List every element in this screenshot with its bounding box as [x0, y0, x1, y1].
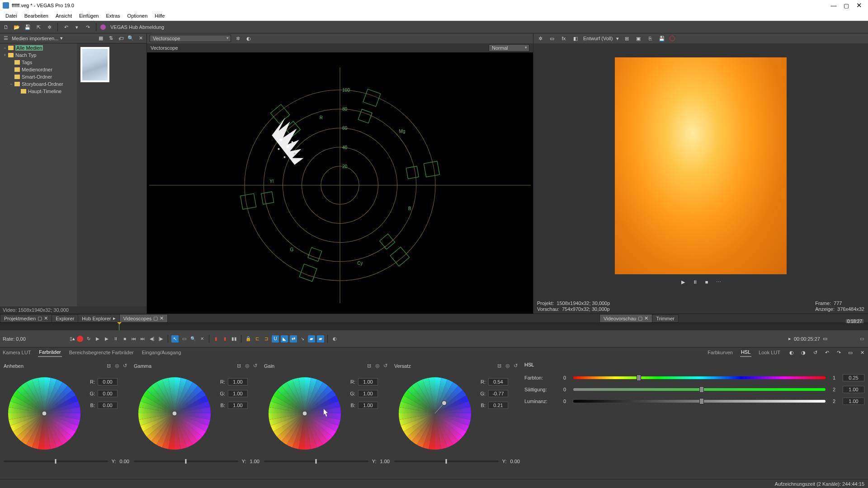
close-cg-icon[interactable]: ✕ [858, 348, 866, 357]
close-gap-icon[interactable]: ✕ [198, 335, 206, 343]
tag-icon[interactable]: 🏷 [117, 34, 125, 42]
tab-videoscopes[interactable]: Videoscopes▢✕ [119, 314, 168, 323]
scope-refresh-icon[interactable]: ◐ [245, 34, 253, 42]
tree-item[interactable]: Tags [1, 59, 76, 66]
pause-icon[interactable]: ⏸ [691, 278, 699, 286]
marker-b-icon[interactable]: ▮ [222, 335, 229, 343]
record-indicator-icon[interactable] [670, 36, 675, 41]
overlay-icon[interactable]: ▣ [634, 34, 642, 42]
tab-kamera-lut[interactable]: Kamera LUT [2, 348, 32, 357]
snap2-icon[interactable]: ⊐ [263, 335, 270, 343]
quantize-icon[interactable]: U [272, 335, 279, 343]
tab-farbkurven[interactable]: Farbkurven [707, 348, 734, 357]
picker-icon[interactable]: ◎ [375, 363, 382, 369]
ripple-icon[interactable]: ⇄ [290, 335, 297, 343]
picker-icon[interactable]: ◎ [245, 363, 251, 369]
g-value[interactable]: 1.00 [358, 390, 378, 397]
search-icon[interactable]: 🔍 [127, 34, 135, 42]
preview-quality-dropdown[interactable]: Entwurf (Voll) [583, 36, 613, 41]
autoripple-icon[interactable]: ◣ [281, 335, 288, 343]
copy-icon[interactable]: ⎘ [646, 34, 654, 42]
y-value[interactable]: 0.00 [120, 459, 129, 464]
r-value[interactable]: 1.00 [358, 378, 378, 385]
color-grade-icon[interactable]: ◐ [331, 335, 338, 343]
render-icon[interactable]: ⇱ [34, 23, 42, 31]
scope-settings-icon[interactable]: ✲ [234, 34, 242, 42]
tree-item[interactable]: −Alle Medien [1, 44, 76, 52]
selection-tool-icon[interactable]: ▭ [180, 335, 188, 343]
properties-icon[interactable]: ✲ [45, 23, 53, 31]
scope-type-dropdown[interactable]: Vectorscope [150, 35, 231, 42]
stop-icon[interactable]: ■ [703, 278, 711, 286]
tab-trimmer[interactable]: Trimmer [652, 314, 679, 323]
media-dropdown-icon[interactable]: ☰ [2, 34, 10, 42]
tab-hub-explorer[interactable]: Hub Explorer▸ [78, 314, 119, 323]
y-slider[interactable] [134, 460, 238, 462]
picker-icon[interactable]: ◎ [115, 363, 121, 369]
goto-start-icon[interactable]: ⏮ [130, 335, 137, 343]
tab-videovorschau[interactable]: Videovorschau▢✕ [599, 314, 653, 323]
menu-ansicht[interactable]: Ansicht [52, 12, 75, 19]
dropdown-icon[interactable]: ▾ [60, 35, 63, 41]
close-button[interactable]: ✕ [853, 1, 865, 9]
hsl-value[interactable]: 1.00 [843, 398, 864, 405]
maximize-button[interactable]: ▢ [840, 2, 853, 9]
close-panel-icon[interactable]: ✕ [137, 34, 145, 42]
snap-icon[interactable]: ⊏ [254, 335, 261, 343]
reset-wheel-icon[interactable]: ↺ [383, 363, 390, 369]
picker-icon[interactable]: ◎ [505, 363, 512, 369]
redo-cg-icon[interactable]: ↷ [835, 348, 843, 357]
minimize-button[interactable]: — [827, 2, 840, 9]
pause-icon[interactable]: ⏸ [112, 335, 119, 343]
sliders-icon[interactable]: ⊟ [367, 363, 373, 369]
record-button[interactable] [77, 336, 83, 342]
bypass-icon[interactable]: ◐ [788, 348, 796, 357]
menu-extras[interactable]: Extras [102, 12, 123, 19]
media-thumbnail[interactable] [80, 47, 109, 82]
tree-item[interactable]: Smart-Ordner [1, 73, 76, 80]
hsl-value[interactable]: 1.00 [843, 386, 864, 393]
more-icon[interactable]: ⋯ [714, 278, 722, 286]
color-wheel[interactable] [394, 373, 476, 455]
menu-einfuegen[interactable]: Einfügen [75, 12, 102, 19]
expand-icon[interactable]: ▭ [846, 348, 854, 357]
sliders-icon[interactable]: ⊟ [497, 363, 504, 369]
hub-label[interactable]: VEGAS Hub Abmeldung [110, 24, 164, 30]
fx-icon[interactable]: fx [560, 34, 568, 42]
hsl-slider[interactable] [573, 400, 826, 403]
tab-bereich[interactable]: Bereichsbegrenzte Farbräder [68, 348, 135, 357]
b-value[interactable]: 0.21 [488, 402, 508, 409]
import-media-button[interactable]: Medien importieren... [12, 36, 58, 41]
loop-icon[interactable]: ↻ [85, 335, 92, 343]
g-value[interactable]: 1.00 [228, 390, 248, 397]
preview-settings-icon[interactable]: ✲ [536, 34, 544, 42]
sliders-icon[interactable]: ⊟ [237, 363, 243, 369]
color-wheel[interactable] [134, 373, 215, 455]
dropdown-icon[interactable]: ▾ [616, 36, 619, 42]
marker-a-icon[interactable]: ▮ [212, 335, 220, 343]
split-icon[interactable]: ◧ [571, 34, 580, 42]
hsl-slider[interactable] [573, 376, 826, 379]
save-snapshot-icon[interactable]: 💾 [658, 34, 666, 42]
hsl-value[interactable]: 0.25 [843, 374, 864, 381]
tree-item[interactable]: +Nach Typ [1, 52, 76, 59]
tab-projektmedien[interactable]: Projektmedien▢✕ [0, 314, 52, 323]
open-icon[interactable]: 📂 [13, 23, 21, 31]
r-value[interactable]: 1.00 [228, 378, 248, 385]
color-wheel[interactable] [264, 373, 345, 455]
tab-look-lut[interactable]: Look LUT [758, 348, 781, 357]
grid-icon[interactable]: ⊞ [623, 34, 631, 42]
autocrossfade-icon[interactable]: ↘ [299, 335, 306, 343]
envelope-icon[interactable]: ▰ [317, 335, 324, 343]
scope-mode-dropdown[interactable]: Normal [489, 44, 529, 52]
y-value[interactable]: 1.00 [380, 459, 390, 464]
reset-wheel-icon[interactable]: ↺ [123, 363, 129, 369]
sliders-icon[interactable]: ⊟ [107, 363, 113, 369]
zoom-tool-icon[interactable]: 🔍 [189, 335, 197, 343]
b-value[interactable]: 1.00 [358, 402, 378, 409]
undo-icon[interactable]: ↶ [62, 23, 70, 31]
external-monitor-icon[interactable]: ▭ [548, 34, 556, 42]
color-wheel[interactable] [4, 373, 85, 455]
normal-edit-tool[interactable]: ↖ [171, 335, 179, 343]
undo-cg-icon[interactable]: ↶ [823, 348, 831, 357]
